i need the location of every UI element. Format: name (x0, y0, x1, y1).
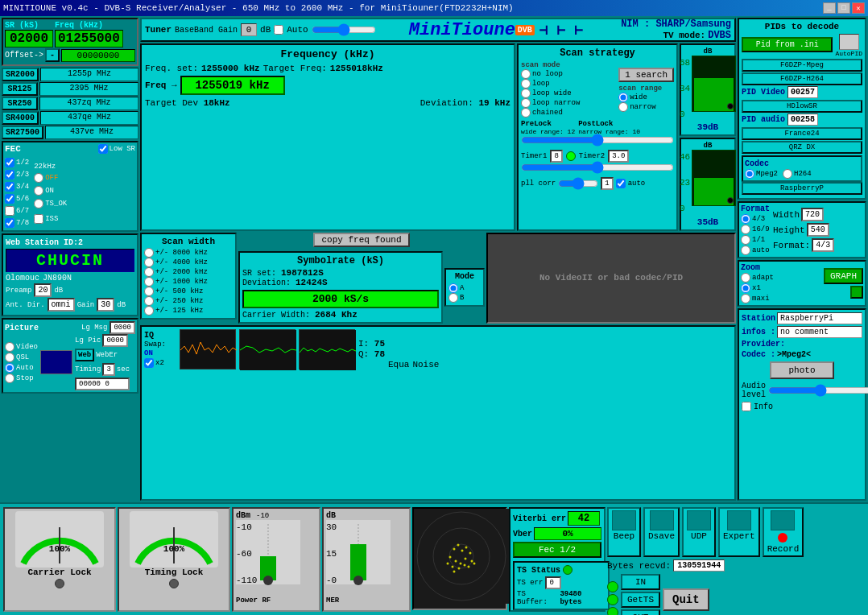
loop-narrow-radio[interactable] (521, 98, 531, 108)
raspberryp-btn[interactable]: RaspberryP (742, 182, 862, 195)
sw-1000[interactable] (144, 277, 154, 287)
sr-arrow-display[interactable]: 2000 kS/s (242, 290, 439, 308)
record-btn[interactable]: Record (763, 507, 804, 557)
svg-text:-60: -60 (236, 549, 252, 559)
low-sr-row: Low SR (98, 144, 135, 154)
offset-display[interactable]: 00000000 (61, 49, 135, 62)
getts-btn[interactable]: GetTS (621, 592, 660, 608)
dsave-btn[interactable]: Dsave (643, 507, 680, 557)
fec-34[interactable] (5, 182, 14, 192)
f6dzp-h264-btn[interactable]: F6DZP-H264 (742, 72, 862, 85)
fmt-43-radio[interactable] (741, 214, 750, 224)
h264-radio[interactable] (783, 169, 792, 179)
infos-value[interactable]: no comment (777, 326, 862, 338)
pid-from-ini-btn[interactable]: Pid from .ini (742, 37, 833, 52)
pic-qsl-radio[interactable] (5, 353, 14, 362)
agc2-value: 35dB (697, 217, 718, 227)
ts-ok-radio[interactable] (34, 199, 43, 208)
sw-4000[interactable] (144, 258, 154, 267)
ts-off-radio[interactable] (34, 173, 43, 183)
france24-btn[interactable]: France24 (742, 127, 862, 140)
narrow-radio[interactable] (618, 102, 628, 112)
preset-btn-sr4000[interactable]: SR4000 (2, 111, 39, 125)
mer-label: MER (326, 596, 339, 605)
chained-radio[interactable] (521, 108, 531, 118)
hdlowsr-btn[interactable]: HDlowSR (742, 100, 862, 113)
audio-level-label: Audio level (742, 382, 766, 399)
prelock-slider[interactable] (521, 135, 674, 145)
pic-video-radio[interactable] (5, 342, 14, 352)
iss-checkbox[interactable] (34, 214, 43, 224)
out-btn[interactable]: OUT (621, 609, 660, 615)
svg-rect-1 (300, 330, 356, 370)
beep-btn[interactable]: Beep (607, 507, 641, 557)
qrzdx-btn[interactable]: QRZ DX (742, 141, 862, 154)
freq-display[interactable]: 01255000 (55, 30, 123, 47)
preset-btn-sr125[interactable]: SR125 (2, 82, 38, 96)
station-field-value[interactable]: RaspberryPi (777, 312, 862, 324)
fec-56[interactable] (5, 194, 14, 204)
pll-slider[interactable] (558, 180, 598, 188)
sr-display[interactable]: 02000 (5, 30, 53, 47)
loop-wide-radio[interactable] (521, 89, 531, 98)
maximize-btn[interactable]: □ (837, 2, 850, 14)
mode-b-radio[interactable] (448, 293, 458, 303)
auto-checkbox[interactable] (274, 25, 283, 35)
info-checkbox[interactable] (742, 402, 751, 411)
tuner-label: Tuner (145, 25, 172, 35)
preset-freq-1: 2395 MHz (39, 82, 138, 96)
graph-btn[interactable]: GRAPH (824, 268, 863, 284)
sw-8000[interactable] (144, 248, 154, 258)
pll-auto-checkbox[interactable] (616, 179, 626, 188)
no-loop-radio[interactable] (521, 69, 531, 79)
audio-slider[interactable] (768, 386, 868, 395)
udp-btn[interactable]: UDP (682, 507, 716, 557)
in-btn[interactable]: IN (621, 574, 660, 590)
preset-freq-3: 437qe MHz (40, 111, 138, 125)
f6dzp-mpeg-btn[interactable]: F6DZP-Mpeg (742, 59, 862, 72)
zoom-adapt-radio[interactable] (741, 273, 750, 283)
fmt-169-radio[interactable] (741, 225, 750, 234)
preset-btn-sr2000[interactable]: SR2000 (2, 68, 39, 81)
fec-78[interactable] (5, 218, 14, 228)
gain-display: 30 (97, 298, 114, 312)
copy-freq-btn[interactable]: copy freq found (313, 233, 410, 247)
preamp-display: 20 (34, 283, 52, 297)
fec-23[interactable] (5, 170, 14, 180)
fec-67[interactable] (5, 206, 14, 216)
x2-checkbox[interactable] (144, 358, 154, 368)
preset-btn-sr250[interactable]: SR250 (2, 97, 38, 110)
fec-btn[interactable]: Fec 1/2 (513, 542, 601, 558)
baseband-slider[interactable] (312, 23, 376, 36)
low-sr-checkbox[interactable] (98, 144, 108, 154)
photo-btn[interactable]: photo (770, 361, 834, 379)
postlock-slider[interactable] (521, 163, 674, 172)
close-btn[interactable]: ✕ (852, 2, 865, 14)
sw-2000[interactable] (144, 267, 154, 277)
search-btn[interactable]: 1 search (618, 68, 674, 82)
loop-radio[interactable] (521, 79, 531, 89)
fmt-11-radio[interactable] (741, 235, 750, 245)
zoom-maxi-radio[interactable] (741, 294, 750, 303)
minimize-btn[interactable]: _ (823, 2, 836, 14)
sw-250[interactable] (144, 296, 154, 306)
mode-a-radio[interactable] (448, 283, 458, 293)
zoom-x1-radio[interactable] (741, 283, 750, 293)
timing-dial-svg: 100% (130, 511, 218, 568)
sw-125[interactable] (144, 306, 154, 316)
mpeg2-radio[interactable] (745, 169, 754, 179)
udp-icon (687, 510, 711, 530)
fmt-auto-radio[interactable] (741, 246, 750, 255)
expert-btn[interactable]: Expert (718, 507, 760, 557)
pic-stop-radio[interactable] (5, 374, 14, 383)
quit-btn[interactable]: Quit (663, 588, 709, 611)
minus-btn[interactable]: - (45, 48, 60, 62)
fec-12[interactable] (5, 158, 14, 167)
freq-arrow-display[interactable]: 1255019 kHz (180, 76, 285, 95)
ts-on-radio[interactable] (34, 186, 43, 196)
wide-radio[interactable] (618, 93, 628, 102)
pic-auto-radio[interactable] (5, 363, 14, 373)
web-btn[interactable]: Web (75, 349, 94, 361)
sw-500[interactable] (144, 287, 154, 296)
preset-btn-sr27500[interactable]: SR27500 (2, 126, 43, 139)
